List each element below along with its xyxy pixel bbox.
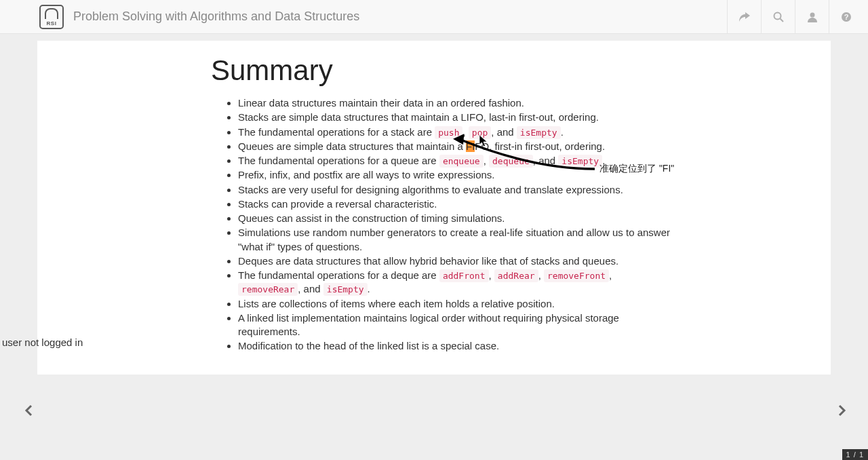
list-item: Deques are data structures that allow hy… [238, 254, 672, 268]
search-icon[interactable] [761, 0, 795, 34]
list-item: Stacks are very useful for designing alg… [238, 183, 672, 197]
list-item: Queues can assist in the construction of… [238, 212, 672, 225]
summary-list: Linear data structures maintain their da… [211, 96, 672, 353]
code-isempty: isEmpty [558, 155, 602, 168]
code-isempty: isEmpty [323, 283, 368, 296]
list-item: Simulations use random number generators… [238, 226, 672, 254]
list-item: Modification to the head of the linked l… [238, 339, 672, 353]
list-item: Queues are simple data structures that m… [238, 140, 672, 153]
code-dequeue: dequeue [489, 155, 533, 168]
page-content: Summary Linear data structures maintain … [37, 41, 831, 375]
svg-text:?: ? [844, 13, 848, 21]
svg-point-0 [774, 13, 781, 20]
list-item: Stacks are simple data structures that m… [238, 111, 672, 124]
prev-page-button[interactable] [24, 403, 33, 421]
user-icon[interactable] [795, 0, 829, 34]
code-removerear: removeRear [238, 283, 298, 296]
list-item: Stacks can provide a reversal characteri… [238, 197, 672, 211]
help-icon[interactable]: ? [829, 0, 863, 34]
list-item: The fundamental operations for a deque a… [238, 269, 672, 296]
code-push: push [435, 126, 462, 139]
svg-line-1 [780, 19, 783, 22]
next-page-button[interactable] [838, 403, 846, 421]
list-item: A linked list implementation maintains l… [238, 311, 672, 339]
list-item: Linear data structures maintain their da… [238, 96, 672, 110]
list-item: The fundamental operations for a queue a… [238, 154, 672, 168]
code-addfront: addFront [439, 269, 489, 282]
code-enqueue: enqueue [439, 155, 484, 168]
list-item: The fundamental operations for a stack a… [238, 126, 672, 139]
site-title[interactable]: Problem Solving with Algorithms and Data… [73, 9, 359, 24]
share-icon[interactable] [727, 0, 761, 34]
code-addrear: addRear [494, 269, 538, 282]
highlight-fi: FI [466, 140, 475, 152]
nav-icons: ? [727, 0, 863, 34]
list-item: Lists are collections of items where eac… [238, 297, 672, 311]
site-logo[interactable]: RSI [39, 5, 64, 29]
login-status: user not logged in [2, 337, 83, 348]
page-title: Summary [211, 54, 672, 87]
code-isempty: isEmpty [517, 126, 561, 139]
page-counter: 1 / 1 [842, 449, 868, 460]
cursor-icon [479, 134, 488, 148]
list-item: Prefix, infix, and postfix are all ways … [238, 168, 672, 182]
code-removefront: removeFront [544, 269, 609, 282]
svg-point-2 [810, 13, 814, 18]
topbar: RSI Problem Solving with Algorithms and … [0, 0, 868, 34]
